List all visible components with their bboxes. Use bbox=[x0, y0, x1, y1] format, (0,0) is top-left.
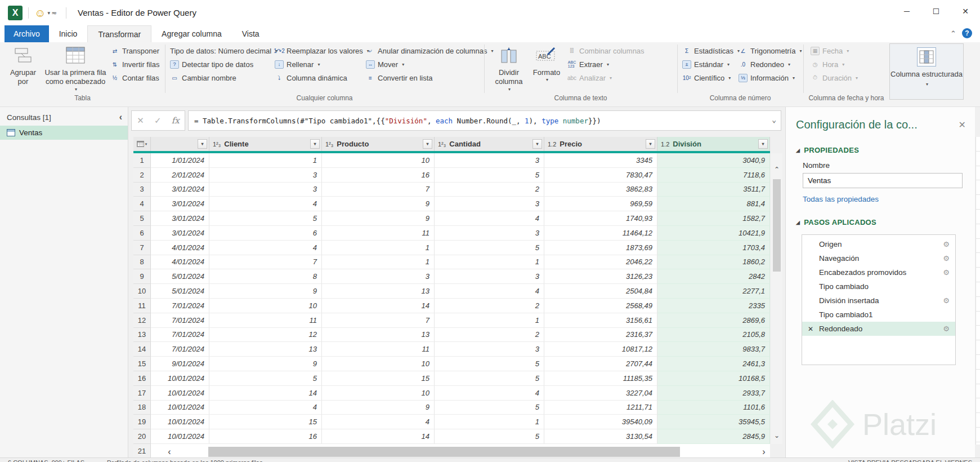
table-cell[interactable]: 1582,7 bbox=[657, 211, 770, 226]
column-filter-button[interactable]: ▾ bbox=[646, 139, 655, 149]
applied-step-tipo-cambiado[interactable]: ✕Tipo cambiado bbox=[802, 279, 955, 294]
table-cell[interactable]: 5 bbox=[435, 371, 544, 386]
table-cell[interactable]: 5 bbox=[209, 211, 322, 226]
table-cell[interactable]: 10/01/2024 bbox=[151, 429, 209, 444]
query-name-input[interactable]: Ventas bbox=[803, 173, 963, 188]
hora-button[interactable]: ◷Hora▾ bbox=[811, 59, 858, 69]
table-cell[interactable]: 3 bbox=[322, 269, 435, 284]
applied-step-tipo-cambiado1[interactable]: ✕Tipo cambiado1 bbox=[802, 308, 955, 322]
table-cell[interactable]: 7 bbox=[322, 183, 435, 197]
table-cell[interactable]: 2568,49 bbox=[544, 299, 657, 313]
table-cell[interactable]: 13 bbox=[322, 328, 435, 343]
step-settings-gear-icon[interactable]: ⚙ bbox=[943, 240, 950, 248]
table-cell[interactable]: 4 bbox=[435, 284, 544, 299]
table-cell[interactable]: 10817,12 bbox=[544, 342, 657, 357]
table-cell[interactable]: 1860,2 bbox=[657, 255, 770, 270]
table-cell[interactable]: 5 bbox=[435, 429, 544, 444]
table-cell[interactable]: 5 bbox=[435, 241, 544, 255]
table-cell[interactable]: 10168,5 bbox=[657, 371, 770, 386]
fx-icon[interactable]: fx bbox=[172, 115, 180, 126]
column-filter-button[interactable]: ▾ bbox=[758, 139, 768, 149]
table-cell[interactable]: 7/01/2024 bbox=[151, 342, 209, 357]
all-properties-link[interactable]: Todas las propiedades bbox=[803, 195, 975, 203]
table-cell[interactable]: 7/01/2024 bbox=[151, 328, 209, 343]
help-icon[interactable]: ? bbox=[962, 28, 972, 38]
row-number[interactable]: 15 bbox=[133, 357, 151, 371]
row-number[interactable]: 20 bbox=[133, 429, 151, 444]
row-number[interactable]: 13 bbox=[133, 328, 151, 343]
column-header-Precio[interactable]: 1.2Precio▾ bbox=[544, 137, 657, 151]
query-item-ventas[interactable]: Ventas bbox=[0, 126, 128, 140]
table-cell[interactable]: 4 bbox=[435, 386, 544, 401]
dividir-columna-button[interactable]: Dividir columna▾ bbox=[491, 45, 527, 92]
formato-button[interactable]: ABC Formato▾ bbox=[530, 45, 563, 83]
row-number[interactable]: 1 bbox=[133, 153, 151, 168]
table-cell[interactable]: 10/01/2024 bbox=[151, 371, 209, 386]
table-cell[interactable]: 9/01/2024 bbox=[151, 357, 209, 371]
formula-check-icon[interactable]: ✓ bbox=[154, 115, 162, 126]
table-cell[interactable]: 8 bbox=[209, 269, 322, 284]
tab-agregar-columna[interactable]: Agregar columna bbox=[151, 25, 232, 42]
formula-expand-icon[interactable]: ⌄ bbox=[772, 115, 776, 124]
table-cell[interactable]: 10/01/2024 bbox=[151, 415, 209, 429]
table-cell[interactable]: 2 bbox=[435, 183, 544, 197]
estadisticas-button[interactable]: ΣEstadísticas▾ bbox=[682, 46, 740, 56]
row-number[interactable]: 16 bbox=[133, 371, 151, 386]
formula-cancel-icon[interactable]: ✕ bbox=[137, 115, 144, 126]
table-cell[interactable]: 7118,6 bbox=[657, 168, 770, 183]
table-cell[interactable]: 11185,35 bbox=[544, 371, 657, 386]
table-cell[interactable]: 1703,4 bbox=[657, 241, 770, 255]
step-settings-gear-icon[interactable]: ⚙ bbox=[943, 254, 950, 263]
fecha-button[interactable]: ▦Fecha▾ bbox=[811, 46, 858, 56]
table-cell[interactable]: 3156,61 bbox=[544, 313, 657, 328]
vertical-scrollbar[interactable]: ⌃ ⌄ bbox=[771, 153, 782, 444]
table-cell[interactable]: 5 bbox=[435, 401, 544, 415]
table-cell[interactable]: 969,59 bbox=[544, 197, 657, 211]
maximize-button[interactable]: ☐ bbox=[921, 0, 951, 23]
row-number[interactable]: 11 bbox=[133, 299, 151, 313]
row-number[interactable]: 4 bbox=[133, 197, 151, 211]
table-cell[interactable]: 14 bbox=[209, 386, 322, 401]
convertir-en-lista-button[interactable]: ≡Convertir en lista bbox=[366, 73, 493, 83]
quick-access-toolbar-icon[interactable]: ≂ bbox=[51, 9, 57, 17]
anular-dinamizacion-button[interactable]: ⤶Anular dinamización de columnas▾ bbox=[366, 46, 493, 56]
settings-close-icon[interactable]: ✕ bbox=[959, 119, 966, 130]
collapse-ribbon-icon[interactable]: ⌃ bbox=[950, 29, 956, 38]
table-cell[interactable]: 7830,47 bbox=[544, 168, 657, 183]
horizontal-scroll-thumb[interactable] bbox=[208, 447, 680, 457]
table-cell[interactable]: 6 bbox=[209, 226, 322, 241]
table-cell[interactable]: 3040,9 bbox=[657, 153, 770, 168]
table-cell[interactable]: 15 bbox=[209, 415, 322, 429]
estandar-button[interactable]: ±Estándar▾ bbox=[682, 59, 740, 69]
collapse-pane-icon[interactable]: ‹ bbox=[119, 112, 122, 122]
row-number[interactable]: 14 bbox=[133, 342, 151, 357]
table-cell[interactable]: 2335 bbox=[657, 299, 770, 313]
table-cell[interactable]: 4 bbox=[435, 211, 544, 226]
table-cell[interactable]: 9833,7 bbox=[657, 342, 770, 357]
column-header-Cliente[interactable]: 1²₃Cliente▾ bbox=[209, 137, 322, 151]
redondeo-button[interactable]: .0Redondeo▾ bbox=[739, 59, 802, 69]
table-cell[interactable]: 3227,04 bbox=[544, 386, 657, 401]
table-cell[interactable]: 2933,7 bbox=[657, 386, 770, 401]
table-cell[interactable]: 7/01/2024 bbox=[151, 313, 209, 328]
table-cell[interactable]: 5/01/2024 bbox=[151, 269, 209, 284]
table-cell[interactable]: 10/01/2024 bbox=[151, 401, 209, 415]
table-cell[interactable]: 5 bbox=[435, 168, 544, 183]
column-header-Producto[interactable]: 1²₃Producto▾ bbox=[322, 137, 435, 151]
table-cell[interactable]: 4/01/2024 bbox=[151, 255, 209, 270]
table-cell[interactable]: 39540,09 bbox=[544, 415, 657, 429]
horizontal-scrollbar[interactable]: ‹ › bbox=[163, 446, 770, 457]
tab-archivo[interactable]: Archivo bbox=[5, 25, 49, 42]
table-cell[interactable]: 881,4 bbox=[657, 197, 770, 211]
table-cell[interactable]: 9 bbox=[209, 357, 322, 371]
step-settings-gear-icon[interactable]: ⚙ bbox=[943, 268, 950, 277]
trigonometria-button[interactable]: ∠Trigonometría▾ bbox=[739, 46, 802, 56]
table-cell[interactable]: 1 bbox=[435, 415, 544, 429]
table-cell[interactable]: 14 bbox=[322, 299, 435, 313]
table-cell[interactable]: 4 bbox=[209, 197, 322, 211]
step-settings-gear-icon[interactable]: ⚙ bbox=[943, 325, 950, 333]
table-cell[interactable]: 10 bbox=[322, 357, 435, 371]
table-cell[interactable]: 10/01/2024 bbox=[151, 386, 209, 401]
table-cell[interactable]: 2461,3 bbox=[657, 357, 770, 371]
table-cell[interactable]: 10421,9 bbox=[657, 226, 770, 241]
